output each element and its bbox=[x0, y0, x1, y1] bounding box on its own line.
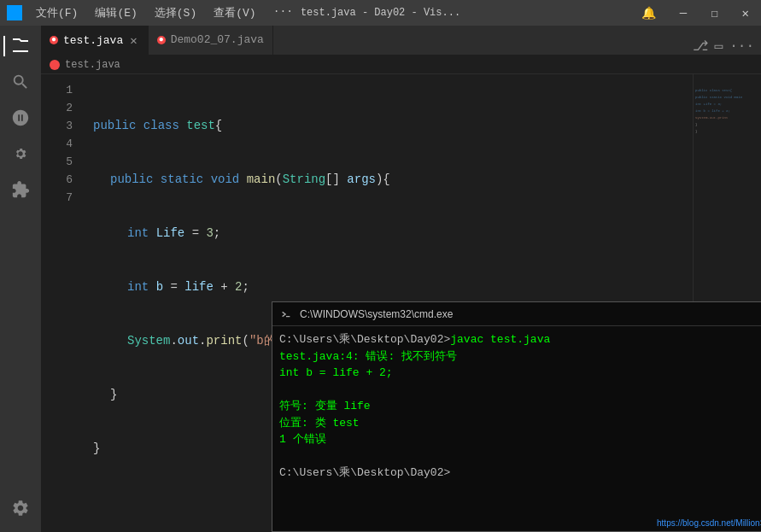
line-num-3: 3 bbox=[41, 117, 73, 135]
line-numbers: 1 2 3 4 5 6 7 bbox=[41, 74, 79, 532]
breadcrumb-file: test.java bbox=[65, 59, 120, 71]
more-actions-icon[interactable]: ··· bbox=[729, 38, 754, 54]
breadcrumb-error-icon bbox=[50, 60, 60, 70]
line-num-1: 1 bbox=[41, 81, 73, 99]
menu-edit[interactable]: 编辑(E) bbox=[88, 3, 143, 22]
svg-text:}: } bbox=[695, 130, 697, 133]
menu-bar[interactable]: 文件(F) 编辑(E) 选择(S) 查看(V) ··· bbox=[29, 3, 300, 22]
activity-settings[interactable] bbox=[3, 491, 38, 525]
tab-error-indicator2: ● bbox=[157, 36, 166, 44]
titlebar-controls[interactable]: 🔔 — ☐ ✕ bbox=[636, 4, 754, 22]
cmd-line-9: C:\Users\乘\Desktop\Day02> bbox=[279, 465, 761, 482]
cmd-line-5: 符号: 变量 life bbox=[279, 398, 761, 415]
cmd-body: C:\Users\乘\Desktop\Day02>javac test.java… bbox=[272, 326, 761, 531]
toggle-panel-icon[interactable]: ▭ bbox=[715, 38, 723, 55]
editor-area: ● test.java ✕ ● Demo02_07.java ⎇ ▭ ··· t… bbox=[41, 26, 761, 532]
cmd-title: C:\WINDOWS\system32\cmd.exe bbox=[300, 308, 453, 320]
tab-demo02[interactable]: ● Demo02_07.java bbox=[149, 26, 273, 55]
breadcrumb: test.java bbox=[41, 56, 761, 74]
cmd-line-7: 1 个错误 bbox=[279, 431, 761, 448]
editor-toolbar: ⎇ ▭ ··· bbox=[693, 38, 761, 55]
menu-more[interactable]: ··· bbox=[266, 3, 300, 22]
tab-error-indicator: ● bbox=[50, 36, 58, 44]
minimize-button[interactable]: — bbox=[675, 4, 692, 21]
activity-search[interactable] bbox=[3, 65, 38, 99]
vscode-logo bbox=[7, 5, 22, 20]
svg-text:public class test{: public class test{ bbox=[695, 89, 733, 92]
titlebar: 文件(F) 编辑(E) 选择(S) 查看(V) ··· test.java - … bbox=[0, 0, 761, 26]
tab-filename: test.java bbox=[63, 34, 123, 47]
menu-file[interactable]: 文件(F) bbox=[29, 3, 85, 22]
code-line-2: public static void main(String[] args){ bbox=[93, 171, 693, 189]
code-line-4: int b = life + 2; bbox=[93, 278, 693, 296]
cmd-line-4 bbox=[279, 382, 761, 399]
cmd-line-3: int b = life + 2; bbox=[279, 365, 761, 382]
activity-extensions[interactable] bbox=[3, 172, 38, 207]
cmd-line-2: test.java:4: 错误: 找不到符号 bbox=[279, 348, 761, 365]
activity-debug[interactable] bbox=[3, 137, 38, 171]
activity-git[interactable] bbox=[3, 101, 38, 135]
svg-text:int b = life + 2;: int b = life + 2; bbox=[695, 109, 730, 113]
svg-text:int Life = 3;: int Life = 3; bbox=[695, 102, 722, 106]
tab-bar: ● test.java ✕ ● Demo02_07.java ⎇ ▭ ··· bbox=[41, 26, 761, 56]
tab-test-java[interactable]: ● test.java ✕ bbox=[41, 26, 149, 55]
split-editor-icon[interactable]: ⎇ bbox=[693, 38, 708, 55]
code-line-3: int Life = 3; bbox=[93, 225, 693, 243]
main-layout: ● test.java ✕ ● Demo02_07.java ⎇ ▭ ··· t… bbox=[0, 26, 761, 532]
code-editor[interactable]: 1 2 3 4 5 6 7 public class test{ public … bbox=[41, 74, 761, 532]
line-num-4: 4 bbox=[41, 135, 73, 153]
cmd-url: https://blog.csdn.net/MillionSong bbox=[657, 517, 761, 529]
menu-view[interactable]: 查看(V) bbox=[207, 3, 262, 22]
cmd-line-8 bbox=[279, 448, 761, 465]
line-num-6: 6 bbox=[41, 171, 73, 189]
notifications-icon[interactable]: 🔔 bbox=[636, 4, 661, 22]
cmd-window[interactable]: C:\WINDOWS\system32\cmd.exe C:\Users\乘\D… bbox=[272, 301, 761, 532]
menu-select[interactable]: 选择(S) bbox=[148, 3, 203, 22]
activity-explorer[interactable] bbox=[3, 29, 38, 63]
line-num-2: 2 bbox=[41, 99, 73, 117]
cmd-titlebar[interactable]: C:\WINDOWS\system32\cmd.exe bbox=[272, 302, 761, 326]
titlebar-left: 文件(F) 编辑(E) 选择(S) 查看(V) ··· bbox=[7, 3, 300, 22]
cmd-icon bbox=[279, 307, 293, 321]
titlebar-title: test.java - Day02 - Vis... bbox=[301, 7, 460, 19]
close-button[interactable]: ✕ bbox=[737, 4, 754, 22]
tab-close-button[interactable]: ✕ bbox=[128, 32, 138, 50]
code-line-1: public class test{ bbox=[93, 117, 693, 135]
svg-text:System.out.print: System.out.print bbox=[695, 116, 728, 120]
svg-text:public static void main: public static void main bbox=[695, 96, 743, 99]
svg-text:}: } bbox=[695, 123, 697, 126]
activity-bar bbox=[0, 26, 41, 532]
line-num-7: 7 bbox=[41, 189, 73, 207]
maximize-button[interactable]: ☐ bbox=[705, 4, 723, 22]
tab-filename2: Demo02_07.java bbox=[171, 33, 264, 46]
cmd-line-6: 位置: 类 test bbox=[279, 415, 761, 432]
cmd-line-1: C:\Users\乘\Desktop\Day02>javac test.java bbox=[279, 331, 761, 348]
line-num-5: 5 bbox=[41, 153, 73, 171]
